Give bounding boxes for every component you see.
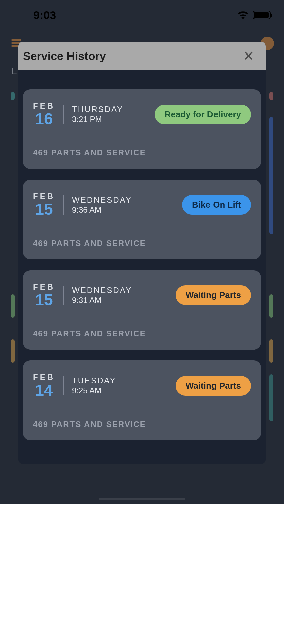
modal-body[interactable]: FEB16THURSDAY3:21 PMReady for Delivery46… <box>18 70 266 464</box>
month-label: FEB <box>33 282 55 292</box>
time-label: 9:36 AM <box>72 205 132 215</box>
datetime-column: WEDNESDAY9:36 AM <box>72 195 132 215</box>
home-indicator[interactable] <box>99 498 185 500</box>
date-block: FEB15 <box>33 192 55 218</box>
entry-top: FEB16THURSDAY3:21 PMReady for Delivery <box>33 101 251 127</box>
status-badge: Bike On Lift <box>182 195 251 215</box>
time-label: 9:31 AM <box>72 296 132 305</box>
modal-title: Service History <box>23 49 106 63</box>
service-entry[interactable]: FEB16THURSDAY3:21 PMReady for Delivery46… <box>23 89 261 169</box>
day-number: 15 <box>33 201 55 218</box>
month-label: FEB <box>33 101 55 111</box>
weekday-label: THURSDAY <box>72 105 123 114</box>
month-label: FEB <box>33 372 55 382</box>
service-entry[interactable]: FEB15WEDNESDAY9:31 AMWaiting Parts469 PA… <box>23 270 261 350</box>
status-time: 9:03 <box>33 9 56 22</box>
service-entry[interactable]: FEB15WEDNESDAY9:36 AMBike On Lift469 PAR… <box>23 180 261 259</box>
close-icon: ✕ <box>243 48 254 63</box>
divider <box>63 376 64 395</box>
bg-stripe <box>269 374 273 421</box>
bg-stripe <box>269 92 273 100</box>
status-badge: Ready for Delivery <box>155 105 251 124</box>
divider <box>63 286 64 305</box>
bg-stripe <box>11 294 15 318</box>
shop-name: 469 PARTS AND SERVICE <box>33 239 251 248</box>
divider <box>63 195 64 215</box>
shop-name: 469 PARTS AND SERVICE <box>33 420 251 429</box>
datetime-column: WEDNESDAY9:31 AM <box>72 286 132 305</box>
bg-stripe <box>269 294 273 318</box>
shop-name: 469 PARTS AND SERVICE <box>33 329 251 338</box>
bg-stripe <box>11 339 15 363</box>
time-label: 3:21 PM <box>72 115 123 124</box>
bg-stripe <box>269 339 273 363</box>
modal-header: Service History ✕ <box>18 42 266 70</box>
bg-stripe <box>11 92 15 100</box>
service-history-modal: Service History ✕ FEB16THURSDAY3:21 PMRe… <box>18 42 266 464</box>
entry-top: FEB15WEDNESDAY9:36 AMBike On Lift <box>33 192 251 218</box>
divider <box>63 105 64 124</box>
bg-text: L <box>11 65 17 77</box>
close-button[interactable]: ✕ <box>241 47 256 65</box>
service-entry[interactable]: FEB14TUESDAY9:25 AMWaiting Parts469 PART… <box>23 360 261 440</box>
app-screen: L 9:03 Service History ✕ FEB16THURSDAY3:… <box>0 0 284 504</box>
datetime-column: THURSDAY3:21 PM <box>72 105 123 124</box>
wifi-icon <box>237 11 249 19</box>
date-block: FEB15 <box>33 282 55 308</box>
weekday-label: WEDNESDAY <box>72 195 132 205</box>
day-number: 14 <box>33 382 55 399</box>
entry-top: FEB15WEDNESDAY9:31 AMWaiting Parts <box>33 282 251 308</box>
entry-top: FEB14TUESDAY9:25 AMWaiting Parts <box>33 372 251 399</box>
status-bar: 9:03 <box>0 0 284 30</box>
day-number: 16 <box>33 111 55 127</box>
status-indicators <box>237 11 271 19</box>
battery-icon <box>253 11 271 19</box>
shop-name: 469 PARTS AND SERVICE <box>33 148 251 157</box>
time-label: 9:25 AM <box>72 386 116 395</box>
day-number: 15 <box>33 292 55 308</box>
status-badge: Waiting Parts <box>176 376 251 396</box>
weekday-label: TUESDAY <box>72 376 116 385</box>
month-label: FEB <box>33 192 55 201</box>
date-block: FEB16 <box>33 101 55 127</box>
status-badge: Waiting Parts <box>176 285 251 305</box>
datetime-column: TUESDAY9:25 AM <box>72 376 116 395</box>
date-block: FEB14 <box>33 372 55 399</box>
weekday-label: WEDNESDAY <box>72 286 132 295</box>
bg-stripe <box>269 117 273 234</box>
